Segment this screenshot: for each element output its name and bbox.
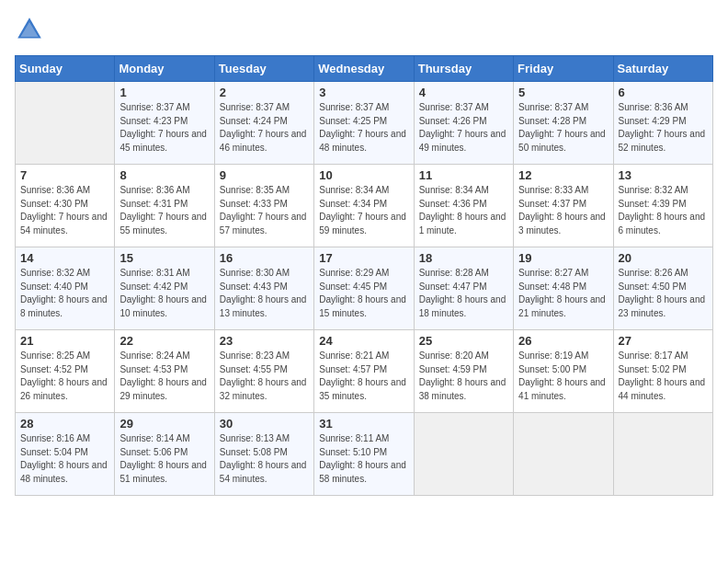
cell-info: Sunrise: 8:37 AMSunset: 4:23 PMDaylight:…	[119, 101, 209, 155]
calendar-cell: 22Sunrise: 8:24 AMSunset: 4:53 PMDayligh…	[115, 330, 214, 413]
header-day-friday: Friday	[514, 56, 613, 82]
cell-info: Sunrise: 8:28 AMSunset: 4:47 PMDaylight:…	[419, 267, 508, 320]
day-number: 4	[419, 86, 508, 99]
cell-info: Sunrise: 8:31 AMSunset: 4:42 PMDaylight:…	[119, 267, 209, 320]
week-row-3: 14Sunrise: 8:32 AMSunset: 4:40 PMDayligh…	[16, 247, 713, 330]
week-row-2: 7Sunrise: 8:36 AMSunset: 4:30 PMDaylight…	[16, 165, 713, 247]
day-number: 30	[220, 417, 309, 431]
day-number: 19	[518, 251, 608, 265]
cell-info: Sunrise: 8:37 AMSunset: 4:24 PMDaylight:…	[220, 101, 309, 155]
cell-info: Sunrise: 8:34 AMSunset: 4:36 PMDaylight:…	[419, 184, 508, 237]
calendar-cell: 13Sunrise: 8:32 AMSunset: 4:39 PMDayligh…	[613, 165, 712, 247]
cell-info: Sunrise: 8:17 AMSunset: 5:02 PMDaylight:…	[619, 350, 708, 403]
calendar-cell: 6Sunrise: 8:36 AMSunset: 4:29 PMDaylight…	[613, 82, 712, 165]
day-number: 23	[220, 334, 309, 348]
calendar-cell	[414, 413, 513, 496]
day-number: 20	[619, 251, 708, 265]
day-number: 1	[119, 86, 209, 99]
cell-info: Sunrise: 8:36 AMSunset: 4:31 PMDaylight:…	[119, 184, 209, 237]
page-header	[15, 15, 713, 44]
day-number: 28	[20, 417, 109, 431]
header-day-monday: Monday	[115, 56, 214, 82]
cell-info: Sunrise: 8:16 AMSunset: 5:04 PMDaylight:…	[20, 432, 109, 486]
day-number: 16	[220, 251, 309, 265]
calendar-cell: 2Sunrise: 8:37 AMSunset: 4:24 PMDaylight…	[214, 82, 313, 165]
day-number: 29	[119, 417, 209, 431]
calendar-cell: 1Sunrise: 8:37 AMSunset: 4:23 PMDaylight…	[115, 82, 214, 165]
week-row-1: 1Sunrise: 8:37 AMSunset: 4:23 PMDaylight…	[16, 82, 713, 165]
calendar-cell: 16Sunrise: 8:30 AMSunset: 4:43 PMDayligh…	[214, 247, 313, 330]
day-number: 31	[319, 417, 408, 431]
header-day-wednesday: Wednesday	[314, 56, 414, 82]
calendar-cell: 27Sunrise: 8:17 AMSunset: 5:02 PMDayligh…	[613, 330, 712, 413]
calendar-cell: 10Sunrise: 8:34 AMSunset: 4:34 PMDayligh…	[314, 165, 414, 247]
week-row-4: 21Sunrise: 8:25 AMSunset: 4:52 PMDayligh…	[16, 330, 713, 413]
day-number: 17	[319, 251, 408, 265]
header-day-sunday: Sunday	[16, 56, 115, 82]
day-number: 8	[119, 168, 209, 182]
calendar-cell: 31Sunrise: 8:11 AMSunset: 5:10 PMDayligh…	[314, 413, 414, 496]
cell-info: Sunrise: 8:36 AMSunset: 4:30 PMDaylight:…	[20, 184, 109, 237]
day-number: 13	[619, 168, 708, 182]
calendar-cell: 11Sunrise: 8:34 AMSunset: 4:36 PMDayligh…	[414, 165, 513, 247]
day-number: 25	[419, 334, 508, 348]
calendar-cell: 30Sunrise: 8:13 AMSunset: 5:08 PMDayligh…	[214, 413, 313, 496]
day-number: 2	[220, 86, 309, 99]
cell-info: Sunrise: 8:27 AMSunset: 4:48 PMDaylight:…	[518, 267, 608, 320]
calendar-cell: 17Sunrise: 8:29 AMSunset: 4:45 PMDayligh…	[314, 247, 414, 330]
day-number: 24	[319, 334, 408, 348]
header-day-thursday: Thursday	[414, 56, 513, 82]
day-number: 5	[518, 86, 608, 99]
cell-info: Sunrise: 8:23 AMSunset: 4:55 PMDaylight:…	[220, 350, 309, 403]
logo	[15, 15, 48, 44]
cell-info: Sunrise: 8:14 AMSunset: 5:06 PMDaylight:…	[119, 432, 209, 486]
calendar-cell: 29Sunrise: 8:14 AMSunset: 5:06 PMDayligh…	[115, 413, 214, 496]
day-number: 26	[518, 334, 608, 348]
day-number: 3	[319, 86, 408, 99]
calendar-cell	[613, 413, 712, 496]
day-number: 22	[119, 334, 209, 348]
day-number: 15	[119, 251, 209, 265]
calendar-cell: 20Sunrise: 8:26 AMSunset: 4:50 PMDayligh…	[613, 247, 712, 330]
calendar-header: SundayMondayTuesdayWednesdayThursdayFrid…	[16, 56, 713, 82]
header-day-tuesday: Tuesday	[214, 56, 313, 82]
calendar-cell: 7Sunrise: 8:36 AMSunset: 4:30 PMDaylight…	[16, 165, 115, 247]
cell-info: Sunrise: 8:35 AMSunset: 4:33 PMDaylight:…	[220, 184, 309, 237]
day-number: 9	[220, 168, 309, 182]
cell-info: Sunrise: 8:37 AMSunset: 4:25 PMDaylight:…	[319, 101, 408, 155]
day-number: 11	[419, 168, 508, 182]
calendar-body: 1Sunrise: 8:37 AMSunset: 4:23 PMDaylight…	[16, 82, 713, 496]
calendar-cell: 24Sunrise: 8:21 AMSunset: 4:57 PMDayligh…	[314, 330, 414, 413]
logo-icon	[15, 15, 44, 44]
day-number: 10	[319, 168, 408, 182]
calendar-cell	[16, 82, 115, 165]
calendar-cell: 5Sunrise: 8:37 AMSunset: 4:28 PMDaylight…	[514, 82, 613, 165]
day-number: 12	[518, 168, 608, 182]
calendar-cell: 14Sunrise: 8:32 AMSunset: 4:40 PMDayligh…	[16, 247, 115, 330]
calendar-cell: 23Sunrise: 8:23 AMSunset: 4:55 PMDayligh…	[214, 330, 313, 413]
cell-info: Sunrise: 8:25 AMSunset: 4:52 PMDaylight:…	[20, 350, 109, 403]
calendar-cell: 21Sunrise: 8:25 AMSunset: 4:52 PMDayligh…	[16, 330, 115, 413]
cell-info: Sunrise: 8:37 AMSunset: 4:28 PMDaylight:…	[518, 101, 608, 155]
calendar-cell: 25Sunrise: 8:20 AMSunset: 4:59 PMDayligh…	[414, 330, 513, 413]
cell-info: Sunrise: 8:11 AMSunset: 5:10 PMDaylight:…	[319, 432, 408, 486]
calendar-cell: 9Sunrise: 8:35 AMSunset: 4:33 PMDaylight…	[214, 165, 313, 247]
calendar-table: SundayMondayTuesdayWednesdayThursdayFrid…	[15, 55, 713, 496]
day-number: 6	[619, 86, 708, 99]
calendar-cell: 18Sunrise: 8:28 AMSunset: 4:47 PMDayligh…	[414, 247, 513, 330]
cell-info: Sunrise: 8:36 AMSunset: 4:29 PMDaylight:…	[619, 101, 708, 155]
day-number: 27	[619, 334, 708, 348]
day-number: 21	[20, 334, 109, 348]
week-row-5: 28Sunrise: 8:16 AMSunset: 5:04 PMDayligh…	[16, 413, 713, 496]
calendar-cell: 3Sunrise: 8:37 AMSunset: 4:25 PMDaylight…	[314, 82, 414, 165]
cell-info: Sunrise: 8:32 AMSunset: 4:39 PMDaylight:…	[619, 184, 708, 237]
calendar-cell: 12Sunrise: 8:33 AMSunset: 4:37 PMDayligh…	[514, 165, 613, 247]
cell-info: Sunrise: 8:29 AMSunset: 4:45 PMDaylight:…	[319, 267, 408, 320]
day-number: 7	[20, 168, 109, 182]
cell-info: Sunrise: 8:24 AMSunset: 4:53 PMDaylight:…	[119, 350, 209, 403]
calendar-cell: 28Sunrise: 8:16 AMSunset: 5:04 PMDayligh…	[16, 413, 115, 496]
cell-info: Sunrise: 8:19 AMSunset: 5:00 PMDaylight:…	[518, 350, 608, 403]
header-day-saturday: Saturday	[613, 56, 712, 82]
cell-info: Sunrise: 8:30 AMSunset: 4:43 PMDaylight:…	[220, 267, 309, 320]
cell-info: Sunrise: 8:21 AMSunset: 4:57 PMDaylight:…	[319, 350, 408, 403]
